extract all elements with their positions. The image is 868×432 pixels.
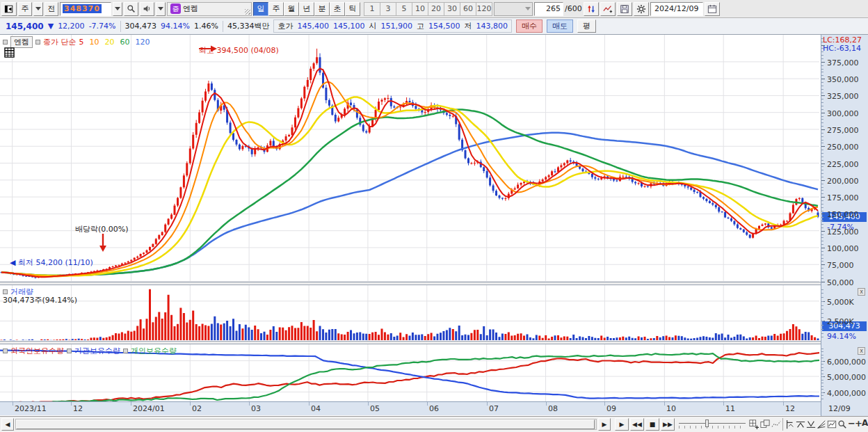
speed-slider-track[interactable] (679, 423, 746, 424)
price-tick (821, 173, 823, 174)
period-quick-button[interactable]: 주 (18, 2, 32, 16)
sound-dropdown-button[interactable] (156, 2, 166, 16)
speed-slider-handle[interactable] (705, 419, 709, 427)
tab-월[interactable]: 월 (284, 2, 299, 16)
scrollbar-thumb[interactable] (16, 419, 595, 429)
price-tick (821, 234, 823, 235)
fan-lines-tool-button[interactable] (816, 419, 827, 430)
stop-button[interactable]: ■ (645, 418, 659, 431)
avg-button[interactable]: 평 (577, 19, 596, 33)
axis-end-date: 12/09 (828, 404, 851, 413)
minute-button-30[interactable]: 30 (444, 2, 460, 16)
stock-name-field[interactable]: 증 엔켐 (167, 2, 252, 16)
holdings-tick (821, 380, 823, 381)
add-panel-button[interactable] (748, 419, 760, 430)
holdings-tick-label: 5,000,000 (827, 373, 866, 382)
ma-legend-60: 60 (120, 38, 130, 47)
price-tick-label: 125,000 (827, 227, 859, 237)
tab-일[interactable]: 일 (253, 2, 268, 16)
sell-label: 매도 (552, 21, 568, 31)
jeon-button[interactable]: 전 (45, 2, 58, 16)
holdings-tick (821, 367, 823, 368)
scroll-left-button[interactable]: ◀ (1, 418, 14, 431)
calendar-button[interactable] (705, 2, 720, 16)
minute-button-10[interactable]: 10 (412, 2, 428, 16)
quote-detail-box: 호가 145,400 145,100 시 151,900 고 154,500 저… (273, 19, 512, 33)
scrollbar-track[interactable] (15, 419, 597, 430)
price-tick (821, 244, 823, 245)
minute-button-5[interactable]: 5 (396, 2, 412, 16)
sell-button[interactable]: 매도 (547, 19, 573, 33)
resize-grip[interactable] (245, 9, 250, 15)
price-tick (821, 211, 823, 211)
price-tick (821, 214, 825, 214)
fast-forward-button[interactable]: ▶▶ (661, 418, 675, 431)
sound-button[interactable] (140, 2, 154, 16)
stock-code-input[interactable]: 348370 (60, 2, 111, 16)
time-axis[interactable]: 2023/11122024/010203040506070809101112 (0, 401, 821, 415)
crosshair-tool-button[interactable] (785, 419, 796, 430)
scroll-right-button[interactable]: ▶ (598, 418, 611, 431)
price-tick (821, 187, 823, 188)
minute-button-60[interactable]: 60 (460, 2, 476, 16)
trendline-button[interactable] (600, 2, 616, 16)
zoom-button[interactable] (837, 419, 848, 430)
bar-count-input[interactable]: 265 (534, 2, 563, 16)
buy-button[interactable]: 매수 (516, 19, 542, 33)
price-tick (821, 231, 825, 232)
minute-button-20[interactable]: 20 (428, 2, 444, 16)
price-axis-column[interactable]: LC:168,27 HC:-63,14 x x 145,400 -7.74% 3… (821, 35, 868, 416)
tab-초[interactable]: 초 (330, 2, 345, 16)
price-change: 12,200 (58, 22, 85, 31)
price-panel[interactable]: 엔켐 종가 단순 5102060120 최고 394,500 (04/08) (0, 35, 821, 282)
volume-panel-close-button[interactable]: x (858, 288, 865, 296)
tab-년[interactable]: 년 (299, 2, 314, 16)
right-arrow-icon (199, 45, 217, 52)
play-button[interactable]: ▶ (615, 418, 629, 431)
price-tick (821, 278, 823, 279)
holdings-panel[interactable]: 외국인보유수량기관보유수량개인보유수량 (0, 344, 821, 401)
legend-ma-title: 종가 단순 (43, 37, 77, 47)
peak-tool-button[interactable] (795, 419, 806, 430)
legend-stock-name[interactable]: 엔켐 (10, 36, 33, 48)
minute-button-3[interactable]: 3 (380, 2, 396, 16)
tab-틱[interactable]: 틱 (345, 2, 360, 16)
chart-image-tool-button[interactable] (826, 419, 837, 430)
time-label-03: 03 (251, 404, 261, 413)
tab-주[interactable]: 주 (268, 2, 284, 16)
minute-button-1[interactable]: 1 (364, 2, 380, 16)
price-tick (821, 160, 823, 161)
tab-분[interactable]: 분 (314, 2, 330, 16)
price-tick-label: 100,000 (827, 244, 859, 253)
trend-edit-button[interactable] (771, 419, 782, 430)
ma-legend-20: 20 (105, 38, 115, 47)
font-button[interactable]: A (862, 418, 868, 428)
minute-button-120[interactable]: 120 (476, 2, 492, 16)
save-button[interactable] (617, 2, 632, 16)
holdings-tick (821, 351, 823, 352)
price-tick (821, 129, 825, 130)
volume-chart[interactable] (0, 285, 821, 341)
date-input[interactable]: 2024/12/09 (650, 2, 703, 16)
volume-panel[interactable]: 거래량 304,473주(94.14%) (0, 285, 821, 341)
window-menu-button[interactable] (1, 2, 17, 16)
rewind-button[interactable]: ◀◀ (630, 418, 644, 431)
stock-search-button[interactable] (124, 2, 138, 16)
valley-tool-button[interactable] (805, 419, 817, 430)
cascade-windows-button[interactable] (760, 419, 771, 430)
candlestick-chart[interactable] (0, 35, 821, 282)
period-dropdown-button[interactable] (33, 2, 43, 16)
settings-button[interactable] (634, 2, 649, 16)
bottom-toolbar: ◀ ▶ ▶ ◀◀ ■ ▶▶ (0, 416, 868, 432)
price-tick-label: 350,000 (827, 75, 859, 84)
price-tick (821, 82, 823, 83)
volume-tick (821, 321, 823, 321)
code-dropdown-button[interactable] (113, 2, 122, 16)
holdings-panel-close-button[interactable]: x (858, 347, 865, 355)
save-disk-icon (620, 4, 629, 14)
interval-combo[interactable] (494, 2, 533, 16)
compare-button[interactable] (584, 2, 599, 16)
time-label-2024/01: 2024/01 (133, 404, 165, 413)
low-annotation-text: 최저 54,200 (11/10) (18, 258, 93, 267)
time-tick (368, 402, 369, 406)
